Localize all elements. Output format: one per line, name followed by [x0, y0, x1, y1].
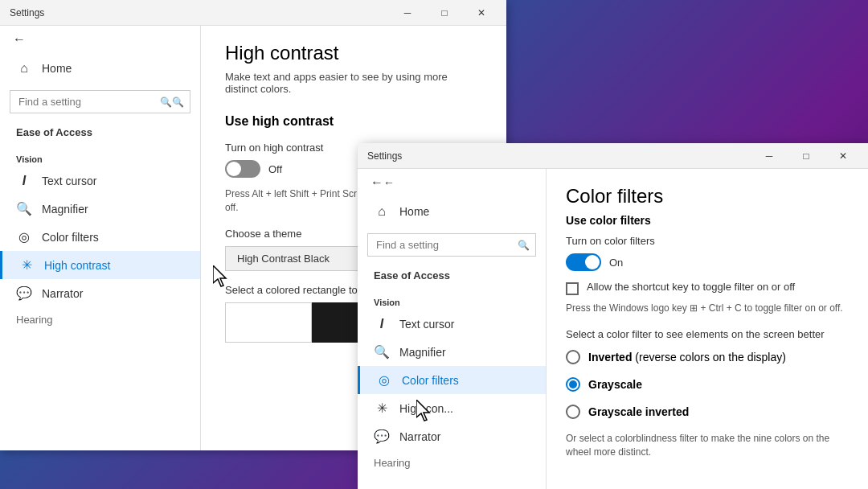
sidebar-item-label-narrator-1: Narrator: [42, 287, 83, 300]
filter-grayscale[interactable]: Grayscale: [566, 377, 849, 392]
watermark: UGETFIX: [817, 473, 862, 483]
minimize-btn-2[interactable]: ─: [751, 143, 788, 169]
sidebar-home-label-1: Home: [42, 62, 72, 75]
toggle-knob-1: [227, 162, 241, 176]
shortcut-hint: Press the Windows logo key ⊞ + Ctrl + C …: [566, 302, 849, 315]
sidebar-search-1[interactable]: 🔍: [10, 90, 190, 113]
high-contrast-toggle[interactable]: [225, 160, 260, 178]
grayscale-inverted-label: Grayscale inverted: [588, 405, 689, 418]
text-cursor-icon-1: I: [16, 174, 32, 188]
vision-label-1: Vision: [0, 145, 200, 167]
close-btn-2[interactable]: ✕: [825, 143, 862, 169]
ease-label-2: Ease of Access: [358, 263, 546, 288]
hearing-label-2: Hearing: [358, 450, 546, 475]
sidebar-item-label-color-filters-2: Color filters: [402, 374, 459, 387]
color-filters-icon-2: ◎: [376, 372, 392, 388]
text-cursor-icon-2: I: [374, 317, 390, 331]
search-icon-1: 🔍: [160, 97, 184, 108]
search-icon-2: 🔍: [518, 240, 530, 251]
sidebar-item-text-cursor-1[interactable]: I Text cursor: [0, 167, 200, 195]
sidebar-1: Home 🔍 Ease of Access Vision I Text curs…: [0, 0, 201, 450]
window-color-filters: Settings ─ □ ✕ ← ⌂ Home 🔍 Ease of Access…: [358, 143, 868, 489]
grayscale-label: Grayscale: [588, 378, 642, 391]
narrator-icon-1: 💬: [16, 286, 32, 301]
color-rect-white[interactable]: [225, 302, 312, 343]
page-title-2: Color filters: [566, 185, 849, 208]
ease-label-1: Ease of Access: [0, 120, 200, 145]
sidebar-home-2[interactable]: ⌂ Home: [358, 196, 546, 227]
vision-label-2: Vision: [358, 288, 546, 310]
main-content-2: Color filters Use color filters Turn on …: [547, 143, 868, 489]
color-filters-icon-1: ◎: [16, 229, 32, 244]
titlebar-title-1: Settings: [10, 7, 44, 18]
select-filter-label: Select a color filter to see elements on…: [566, 328, 849, 340]
maximize-btn-1[interactable]: □: [426, 0, 463, 26]
sidebar-item-magnifier-1[interactable]: 🔍 Magnifier: [0, 195, 200, 223]
sidebar-item-narrator-1[interactable]: 💬 Narrator: [0, 279, 200, 307]
toggle-row-2: On: [566, 253, 849, 271]
titlebar-title-2: Settings: [367, 150, 402, 162]
sidebar-item-label-narrator-2: Narrator: [399, 430, 440, 443]
magnifier-icon-2: 🔍: [374, 344, 390, 360]
sidebar-item-high-contrast-1[interactable]: ✳ High contrast: [0, 251, 200, 279]
sidebar-item-label-text-cursor-2: Text cursor: [399, 318, 454, 331]
titlebar-controls-1: ─ □ ✕: [389, 0, 500, 26]
maximize-btn-2[interactable]: □: [788, 143, 825, 169]
sidebar-item-label-high-contrast-1: High contrast: [44, 259, 110, 272]
back-icon-2: ←: [371, 175, 395, 190]
sidebar-item-narrator-2[interactable]: 💬 Narrator: [358, 422, 546, 450]
sidebar-2: ← ⌂ Home 🔍 Ease of Access Vision I Text …: [358, 143, 547, 489]
hearing-label-1: Hearing: [0, 307, 200, 332]
allow-shortcut-row: Allow the shortcut key to toggle filter …: [566, 281, 849, 295]
allow-shortcut-checkbox[interactable]: [566, 282, 579, 295]
close-btn-1[interactable]: ✕: [463, 0, 500, 26]
filter-grayscale-inverted[interactable]: Grayscale inverted: [566, 405, 849, 419]
sidebar-item-label-high-contrast-2: High con...: [399, 402, 453, 415]
grayscale-inverted-radio[interactable]: [566, 405, 580, 419]
sidebar-item-label-text-cursor-1: Text cursor: [42, 175, 96, 187]
sidebar-item-high-contrast-2[interactable]: ✳ High con...: [358, 394, 546, 422]
sidebar-item-label-color-filters-1: Color filters: [42, 231, 99, 244]
color-filters-toggle[interactable]: [566, 253, 601, 271]
toggle-knob-2: [585, 255, 600, 269]
toggle-text-1: Off: [268, 163, 282, 175]
titlebar-controls-2: ─ □ ✕: [751, 143, 862, 169]
page-subtitle-1: Make text and apps easier to see by usin…: [225, 71, 482, 95]
sidebar-item-label-magnifier-2: Magnifier: [399, 346, 446, 359]
titlebar-2: Settings ─ □ ✕: [358, 143, 868, 169]
back-btn-2[interactable]: ←: [358, 169, 546, 196]
sidebar-item-label-magnifier-1: Magnifier: [42, 203, 88, 216]
home-icon-1: [16, 61, 32, 76]
home-icon-2: ⌂: [374, 204, 390, 219]
high-contrast-icon-1: ✳: [18, 257, 35, 273]
high-contrast-icon-2: ✳: [374, 401, 390, 416]
turn-on-color-filters-label: Turn on color filters: [566, 235, 849, 247]
colorblind-hint: Or select a colorblindness filter to mak…: [566, 432, 849, 459]
sidebar-item-color-filters-1[interactable]: ◎ Color filters: [0, 223, 200, 251]
use-color-filters-label: Use color filters: [566, 214, 849, 227]
sidebar-home-1[interactable]: Home: [0, 53, 200, 84]
section-title-use-high-contrast: Use high contrast: [225, 114, 482, 129]
grayscale-radio[interactable]: [566, 377, 580, 392]
titlebar-1: Settings ─ □ ✕: [0, 0, 506, 26]
back-btn-1[interactable]: [0, 26, 200, 53]
sidebar-item-color-filters-2[interactable]: ◎ Color filters: [358, 366, 546, 394]
sidebar-item-magnifier-2[interactable]: 🔍 Magnifier: [358, 338, 546, 366]
search-input-2[interactable]: [367, 233, 536, 257]
inverted-label: Inverted (reverse colors on the display): [588, 351, 786, 364]
back-icon-1: [13, 32, 26, 47]
narrator-icon-2: 💬: [374, 429, 390, 444]
toggle-text-2: On: [609, 257, 623, 269]
page-title-1: High contrast: [225, 42, 482, 64]
magnifier-icon-1: 🔍: [16, 201, 32, 216]
sidebar-search-2[interactable]: 🔍: [367, 233, 536, 257]
filter-inverted[interactable]: Inverted (reverse colors on the display): [566, 350, 849, 364]
minimize-btn-1[interactable]: ─: [389, 0, 426, 26]
sidebar-home-label-2: Home: [399, 205, 429, 218]
allow-shortcut-label: Allow the shortcut key to toggle filter …: [587, 281, 795, 293]
sidebar-item-text-cursor-2[interactable]: I Text cursor: [358, 310, 546, 338]
inverted-radio[interactable]: [566, 350, 580, 364]
